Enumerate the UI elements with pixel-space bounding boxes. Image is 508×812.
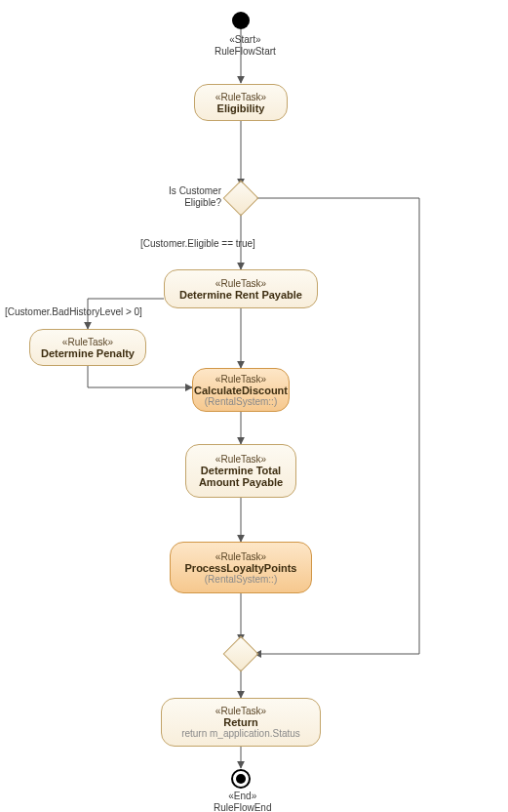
ruletask-penalty[interactable]: «RuleTask» Determine Penalty — [29, 329, 146, 366]
decision-eligible-label: Is Customer Eligible? — [161, 185, 221, 209]
end-label: «End»RuleFlowEnd — [214, 791, 271, 812]
guard-eligible: [Customer.Eligible == true] — [140, 238, 255, 250]
start-label: «Start»RuleFlowStart — [215, 34, 276, 58]
ruletask-rent-payable[interactable]: «RuleTask» Determine Rent Payable — [164, 269, 318, 308]
ruletask-total[interactable]: «RuleTask» Determine Total Amount Payabl… — [185, 444, 296, 498]
merge-node[interactable] — [223, 636, 259, 672]
end-node[interactable] — [231, 769, 251, 789]
ruletask-return[interactable]: «RuleTask» Return return m_application.S… — [161, 698, 321, 747]
start-node[interactable] — [232, 12, 250, 29]
ruletask-loyaltypoints[interactable]: «RuleTask» ProcessLoyaltyPoints (RentalS… — [170, 542, 312, 593]
guard-badhistory: [Customer.BadHistoryLevel > 0] — [5, 306, 142, 318]
decision-eligible[interactable] — [223, 181, 259, 217]
ruletask-discount[interactable]: «RuleTask» CalculateDiscount (RentalSyst… — [192, 368, 290, 412]
ruletask-eligibility[interactable]: «RuleTask» Eligibility — [194, 84, 288, 121]
